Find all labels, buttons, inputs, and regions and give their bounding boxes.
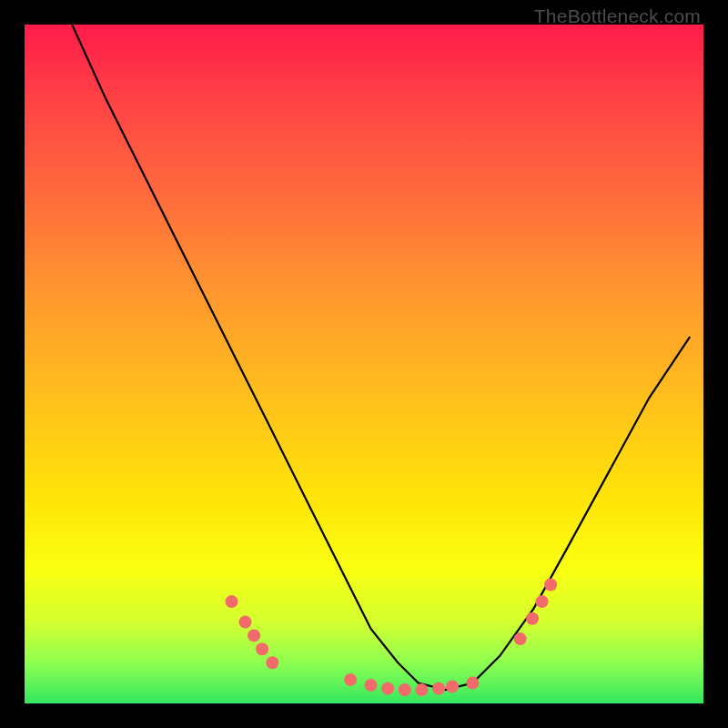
curve-marker <box>526 612 539 625</box>
curve-marker <box>226 595 238 608</box>
curve-marker <box>365 679 378 692</box>
curve-marker <box>514 632 527 645</box>
curve-marker <box>381 682 394 695</box>
curve-marker <box>248 629 260 642</box>
curve-marker <box>415 683 428 696</box>
curve-marker <box>466 677 479 690</box>
curve-marker <box>266 656 278 669</box>
bottleneck-curve-line <box>72 25 690 690</box>
curve-marker <box>399 683 411 696</box>
curve-marker <box>446 680 459 693</box>
curve-marker <box>239 616 252 629</box>
curve-marker <box>432 682 445 695</box>
curve-marker <box>344 673 357 686</box>
bottleneck-curve-svg <box>25 25 703 703</box>
curve-marker <box>544 579 557 592</box>
curve-marker <box>536 595 549 608</box>
plot-frame <box>25 25 703 703</box>
curve-marker-group <box>226 579 558 697</box>
curve-marker <box>256 642 268 655</box>
